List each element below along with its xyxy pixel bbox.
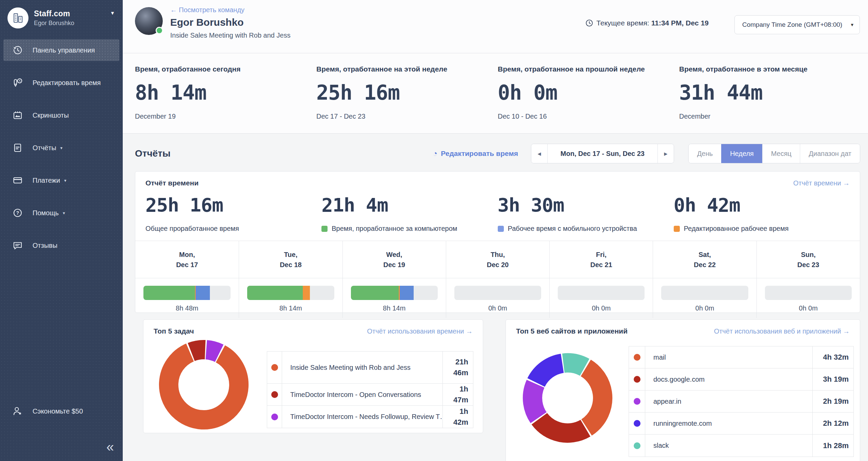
legend-swatch — [321, 226, 328, 232]
day-total: 0h 0m — [558, 304, 645, 312]
sidebar-collapse-icon[interactable]: « — [106, 440, 114, 454]
top-sites-card: Топ 5 веб сайтов и приложений Отчёт испо… — [506, 319, 860, 461]
sidebar-item-save-money[interactable]: Сэкономьте $50 — [3, 400, 119, 422]
timezone-select[interactable]: Company Time Zone (GMT+08:00) ▾ — [734, 15, 860, 34]
view-toggle-день[interactable]: День — [689, 144, 721, 163]
brand: Staff.com Egor Borushko ▾ — [0, 0, 123, 35]
sidebar-item-label: Редактировать время — [33, 79, 101, 87]
sidebar-menu: Панель управленияРедактировать времяСкри… — [0, 39, 123, 256]
stat-value: 31h 44m — [679, 81, 861, 104]
stat-card: Время, отработанное на прошлой неделе0h … — [498, 65, 679, 133]
feedback-icon — [12, 240, 23, 251]
day-total: 8h 14m — [351, 304, 438, 312]
summary-value: 3h 30m — [498, 194, 674, 216]
stat-period: Dec 10 - Dec 16 — [498, 113, 679, 120]
day-bar — [765, 286, 852, 300]
day-bar — [661, 286, 748, 300]
series-dot — [634, 442, 640, 449]
web-app-report-link[interactable]: Отчёт использования веб и приложений → — [714, 327, 850, 335]
day-total: 8h 14m — [247, 304, 334, 312]
stat-period: December 19 — [135, 113, 316, 120]
save-money-icon — [12, 406, 23, 417]
day-bar-cell: 0h 0m — [756, 278, 860, 318]
row-time: 2h 12m — [812, 413, 853, 434]
view-team-link[interactable]: ← Посмотреть команду — [170, 6, 291, 14]
avatar — [135, 7, 163, 35]
day-header: Fri,Dec 21 — [549, 241, 653, 278]
time-report-link[interactable]: Отчёт времени → — [793, 179, 850, 187]
row-time: 4h 32m — [812, 346, 853, 368]
day-bar-cell: 8h 14m — [342, 278, 446, 318]
topbar: ← Посмотреть команду Egor Borushko Insid… — [123, 0, 868, 53]
edit-time-link[interactable]: ◔ Редактировать время — [433, 149, 518, 158]
summary-label: Время, проработанное за компьютером — [332, 225, 457, 233]
clock-icon — [586, 19, 593, 27]
table-row: runningremote.com2h 12m — [629, 413, 853, 435]
summary-label: Редактированное рабочее время — [684, 225, 789, 233]
table-row: appear.in2h 19m — [629, 390, 853, 413]
stat-title: Время, отработанное на прошлой неделе — [498, 65, 679, 73]
stat-value: 0h 0m — [498, 81, 679, 104]
row-label: slack — [645, 435, 812, 457]
online-status-dot — [156, 27, 163, 34]
time-report-summary: 0h 42mРедактированное рабочее время — [674, 194, 850, 233]
bar-segment — [196, 286, 210, 300]
view-toggle-неделя[interactable]: Неделя — [721, 144, 762, 163]
bar-segment — [351, 286, 399, 300]
sidebar-promo: Сэкономьте $50 — [0, 400, 123, 422]
time-report-summaries: 25h 16mОбщее проработанное время21h 4mВр… — [135, 187, 860, 233]
stats-band: Время, отработанное сегодня8h 14mDecembe… — [123, 54, 868, 134]
series-dot — [634, 398, 640, 405]
sidebar-item-label: Сэкономьте $50 — [33, 407, 83, 415]
date-navigator: ◂ Mon, Dec 17 - Sun, Dec 23 ▸ — [531, 144, 674, 163]
bar-segment — [400, 286, 414, 300]
legend-swatch — [674, 226, 680, 232]
sidebar-item-feedback[interactable]: Отзывы — [3, 235, 119, 256]
day-bar-cell: 8h 48m — [135, 278, 239, 318]
time-report-summary: 3h 30mРабочее время с мобильного устройс… — [498, 194, 674, 233]
sidebar-item-dashboard[interactable]: Панель управления — [3, 39, 119, 61]
time-report-summary: 25h 16mОбщее проработанное время — [145, 194, 321, 233]
view-toggle-месяц[interactable]: Месяц — [762, 144, 800, 163]
timezone-value: Company Time Zone (GMT+08:00) — [742, 21, 842, 28]
stat-card: Время, отработанное на этой неделе25h 16… — [316, 65, 498, 133]
stat-value: 8h 14m — [135, 81, 316, 104]
day-total: 0h 0m — [454, 304, 541, 312]
sidebar-item-help[interactable]: ?Помощь▾ — [3, 202, 119, 224]
day-total: 0h 0m — [765, 304, 852, 312]
stat-title: Время, отработанное сегодня — [135, 65, 316, 73]
summary-value: 0h 42m — [674, 194, 850, 216]
table-row: TimeDoctor Intercom - Open Conversations… — [267, 384, 473, 406]
date-range-label[interactable]: Mon, Dec 17 - Sun, Dec 23 — [548, 144, 657, 163]
chevron-down-icon: ▾ — [60, 145, 63, 151]
sidebar-item-payments[interactable]: Платежи▾ — [3, 169, 119, 191]
summary-value: 25h 16m — [145, 194, 321, 216]
view-toggle-диапазон-дат[interactable]: Диапазон дат — [800, 144, 860, 163]
sidebar-item-screenshots[interactable]: Скриншоты — [3, 104, 119, 126]
bar-segment — [247, 286, 303, 300]
prev-week-button[interactable]: ◂ — [531, 144, 548, 163]
row-label: mail — [645, 346, 812, 368]
day-bar — [351, 286, 438, 300]
series-dot — [271, 414, 278, 420]
day-bar — [558, 286, 645, 300]
sidebar-item-reports[interactable]: Отчёты▾ — [3, 137, 119, 159]
current-time-value: 11:34 PM, Dec 19 — [651, 19, 709, 27]
time-use-report-link[interactable]: Отчёт использования времени → — [367, 327, 473, 335]
payments-icon — [12, 175, 23, 186]
day-bar-cell: 8h 14m — [239, 278, 342, 318]
week-table: Mon,Dec 17Tue,Dec 18Wed,Dec 19Thu,Dec 20… — [135, 241, 860, 318]
current-task: Inside Sales Meeting with Rob and Jess — [170, 32, 291, 39]
sidebar-item-edit-time[interactable]: Редактировать время — [3, 72, 119, 94]
summary-label: Общее проработанное время — [145, 225, 239, 233]
series-dot — [271, 391, 278, 398]
current-time-label: Текущее время: — [596, 19, 649, 27]
series-dot — [634, 354, 640, 361]
next-week-button[interactable]: ▸ — [657, 144, 674, 163]
row-time: 1h 47m — [442, 384, 473, 405]
edit-time-label: Редактировать время — [441, 149, 518, 158]
sidebar-item-label: Отчёты — [33, 144, 56, 152]
brand-user: Egor Borushko — [34, 20, 74, 27]
reports-toolbar: Отчёты ◔ Редактировать время ◂ Mon, Dec … — [135, 143, 860, 164]
brand-caret-icon[interactable]: ▾ — [111, 9, 114, 17]
